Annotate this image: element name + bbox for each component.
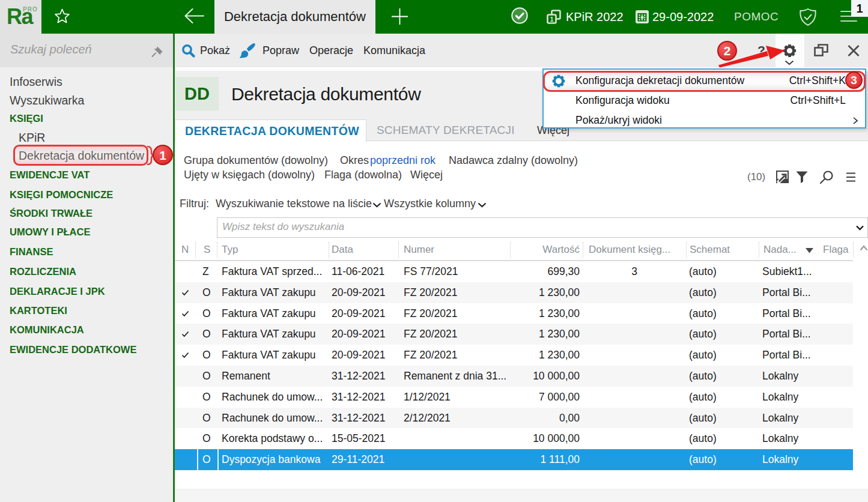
- svg-text:1: 1: [550, 16, 553, 23]
